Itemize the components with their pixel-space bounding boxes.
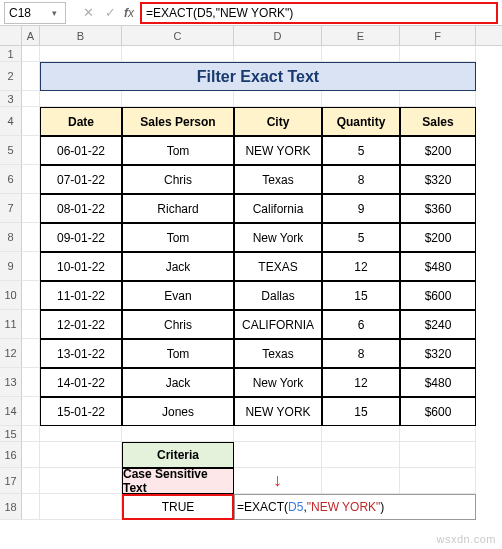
row-11[interactable]: 11: [0, 310, 22, 339]
inline-formula-cell[interactable]: =EXACT(D5,"NEW YORK"): [234, 494, 476, 520]
row-4[interactable]: 4: [0, 107, 22, 136]
cell-sales-person[interactable]: Tom: [122, 223, 234, 252]
cell-date[interactable]: 06-01-22: [40, 136, 122, 165]
cell-qty[interactable]: 9: [322, 194, 400, 223]
cell[interactable]: [40, 46, 122, 62]
hdr-sales-person[interactable]: Sales Person: [122, 107, 234, 136]
cell[interactable]: [22, 194, 40, 223]
cell-date[interactable]: 09-01-22: [40, 223, 122, 252]
row-17[interactable]: 17: [0, 468, 22, 494]
row-3[interactable]: 3: [0, 91, 22, 107]
cell[interactable]: [40, 442, 122, 468]
row-1[interactable]: 1: [0, 46, 22, 62]
cell[interactable]: [400, 442, 476, 468]
cell-date[interactable]: 11-01-22: [40, 281, 122, 310]
cell[interactable]: [234, 46, 322, 62]
row-9[interactable]: 9: [0, 252, 22, 281]
row-18[interactable]: 18: [0, 494, 22, 520]
criteria-value-cell[interactable]: TRUE: [122, 494, 234, 520]
cell-city[interactable]: NEW YORK: [234, 136, 322, 165]
cell[interactable]: [234, 91, 322, 107]
cell-qty[interactable]: 12: [322, 368, 400, 397]
col-C[interactable]: C: [122, 26, 234, 45]
cell-sales[interactable]: $320: [400, 339, 476, 368]
cell[interactable]: [234, 442, 322, 468]
cell-city[interactable]: Texas: [234, 165, 322, 194]
cell[interactable]: [22, 223, 40, 252]
cell-sales[interactable]: $600: [400, 397, 476, 426]
cell-qty[interactable]: 15: [322, 397, 400, 426]
dropdown-icon[interactable]: ▾: [47, 6, 61, 20]
cell-qty[interactable]: 6: [322, 310, 400, 339]
cell[interactable]: [40, 426, 122, 442]
cell-sales-person[interactable]: Chris: [122, 310, 234, 339]
title-cell[interactable]: Filter Exact Text: [40, 62, 476, 91]
cell[interactable]: [40, 494, 122, 520]
cell-sales-person[interactable]: Jones: [122, 397, 234, 426]
cell-qty[interactable]: 15: [322, 281, 400, 310]
cell-sales[interactable]: $200: [400, 136, 476, 165]
hdr-city[interactable]: City: [234, 107, 322, 136]
cell-city[interactable]: New York: [234, 223, 322, 252]
cell[interactable]: [22, 91, 40, 107]
cell-sales-person[interactable]: Tom: [122, 136, 234, 165]
cell-qty[interactable]: 12: [322, 252, 400, 281]
cell-date[interactable]: 07-01-22: [40, 165, 122, 194]
cell[interactable]: [400, 426, 476, 442]
cell-sales[interactable]: $480: [400, 368, 476, 397]
cell-sales-person[interactable]: Evan: [122, 281, 234, 310]
row-5[interactable]: 5: [0, 136, 22, 165]
cell-sales-person[interactable]: Richard: [122, 194, 234, 223]
cell-sales-person[interactable]: Tom: [122, 339, 234, 368]
cell[interactable]: [22, 494, 40, 520]
row-10[interactable]: 10: [0, 281, 22, 310]
cell-date[interactable]: 15-01-22: [40, 397, 122, 426]
cell-sales[interactable]: $600: [400, 281, 476, 310]
col-F[interactable]: F: [400, 26, 476, 45]
cell-sales[interactable]: $240: [400, 310, 476, 339]
row-2[interactable]: 2: [0, 62, 22, 91]
row-13[interactable]: 13: [0, 368, 22, 397]
cell[interactable]: [22, 397, 40, 426]
row-14[interactable]: 14: [0, 397, 22, 426]
cell[interactable]: [22, 62, 40, 91]
cell-city[interactable]: Texas: [234, 339, 322, 368]
cell-city[interactable]: Dallas: [234, 281, 322, 310]
hdr-sales[interactable]: Sales: [400, 107, 476, 136]
cell[interactable]: [22, 107, 40, 136]
cell-city[interactable]: New York: [234, 368, 322, 397]
col-A[interactable]: A: [22, 26, 40, 45]
cell-sales[interactable]: $360: [400, 194, 476, 223]
criteria-header[interactable]: Criteria: [122, 442, 234, 468]
fx-icon[interactable]: fx: [124, 6, 134, 20]
row-6[interactable]: 6: [0, 165, 22, 194]
cell-sales-person[interactable]: Jack: [122, 252, 234, 281]
cell[interactable]: [22, 442, 40, 468]
cell[interactable]: [22, 136, 40, 165]
col-B[interactable]: B: [40, 26, 122, 45]
cell-date[interactable]: 10-01-22: [40, 252, 122, 281]
criteria-subheader[interactable]: Case Sensitive Text: [122, 468, 234, 494]
cell-city[interactable]: NEW YORK: [234, 397, 322, 426]
cell[interactable]: [122, 426, 234, 442]
cell-qty[interactable]: 8: [322, 339, 400, 368]
hdr-quantity[interactable]: Quantity: [322, 107, 400, 136]
cell[interactable]: [322, 468, 400, 494]
cell[interactable]: [122, 46, 234, 62]
cell-date[interactable]: 12-01-22: [40, 310, 122, 339]
cell-sales-person[interactable]: Chris: [122, 165, 234, 194]
cell-date[interactable]: 13-01-22: [40, 339, 122, 368]
cell-qty[interactable]: 5: [322, 223, 400, 252]
cell-sales-person[interactable]: Jack: [122, 368, 234, 397]
cell[interactable]: [22, 339, 40, 368]
cell-city[interactable]: CALIFORNIA: [234, 310, 322, 339]
confirm-icon[interactable]: ✓: [102, 5, 118, 20]
cell[interactable]: [22, 165, 40, 194]
cell[interactable]: [400, 468, 476, 494]
cell[interactable]: [22, 281, 40, 310]
cell[interactable]: [234, 426, 322, 442]
cell-qty[interactable]: 8: [322, 165, 400, 194]
hdr-date[interactable]: Date: [40, 107, 122, 136]
cell[interactable]: [322, 46, 400, 62]
cell[interactable]: [322, 426, 400, 442]
